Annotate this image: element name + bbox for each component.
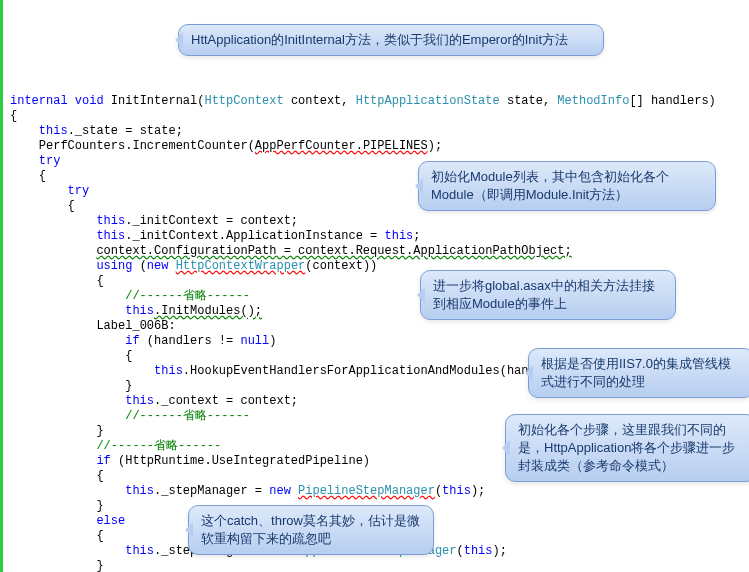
kw-using: using	[96, 259, 132, 273]
method-name: InitInternal	[111, 94, 197, 108]
kw-null: null	[240, 334, 269, 348]
callout-1: HttApplication的InitInternal方法，类似于我们的Empe…	[178, 24, 604, 56]
kw-this3: this	[96, 229, 125, 243]
param2-name: state	[507, 94, 543, 108]
integrated-cond: (HttpRuntime.UseIntegratedPipeline)	[111, 454, 370, 468]
wrapper-args: (context))	[305, 259, 377, 273]
kw-if2: if	[96, 454, 110, 468]
if-handlers: (handlers !=	[140, 334, 241, 348]
context-assign: ._context = context;	[154, 394, 298, 408]
kw-if1: if	[125, 334, 139, 348]
perf-line: PerfCounters.IncrementCounter(	[39, 139, 255, 153]
pipeline-stepmgr: PipelineStepManager	[298, 484, 435, 498]
param1-type: HttpContext	[204, 94, 283, 108]
callout-2: 初始化Module列表，其中包含初始化各个Module（即调用Module.In…	[418, 161, 716, 211]
kw-void: void	[75, 94, 104, 108]
kw-this5: this	[125, 304, 154, 318]
callout-6: 这个catch、throw莫名其妙，估计是微软重构留下来的疏忽吧	[188, 505, 434, 555]
kw-this6: this	[154, 364, 183, 378]
param1-name: context	[291, 94, 341, 108]
psm-args: (	[435, 484, 442, 498]
kw-this11: this	[464, 544, 493, 558]
appinstance-end: ;	[413, 229, 420, 243]
comment-omit-1: //------省略------	[125, 289, 250, 303]
initmodules: .InitModules();	[154, 304, 262, 318]
kw-try-outer: try	[39, 154, 61, 168]
kw-this: this	[39, 124, 68, 138]
label-006b: Label_006B:	[96, 319, 175, 333]
kw-new2: new	[269, 484, 291, 498]
kw-this2: this	[96, 214, 125, 228]
kw-new1: new	[147, 259, 169, 273]
state-assign: ._state = state;	[68, 124, 183, 138]
kw-this10: this	[125, 544, 154, 558]
comment-omit-3: //------省略------	[96, 439, 221, 453]
wrapper-type: HttpContextWrapper	[176, 259, 306, 273]
configpath-line: context.ConfigurationPath = context.Requ…	[96, 244, 571, 258]
kw-this7: this	[125, 394, 154, 408]
psm-end: );	[471, 484, 485, 498]
appinstance-assign: ._initContext.ApplicationInstance =	[125, 229, 384, 243]
callout-3: 进一步将global.asax中的相关方法挂接到相应Module的事件上	[420, 270, 676, 320]
stepmgr-assign1: ._stepManager =	[154, 484, 269, 498]
kw-this4: this	[384, 229, 413, 243]
param3-name: handlers	[651, 94, 709, 108]
asm-end: );	[493, 544, 507, 558]
callout-5: 初始化各个步骤，这里跟我们不同的是，HttpApplication将各个步骤进一…	[505, 414, 749, 482]
initcontext-assign: ._initContext = context;	[125, 214, 298, 228]
kw-try-inner: try	[68, 184, 90, 198]
param3-type: MethodInfo	[557, 94, 629, 108]
kw-this8: this	[125, 484, 154, 498]
perf-arg: AppPerfCounter.PIPELINES	[255, 139, 428, 153]
comment-omit-2: //------省略------	[125, 409, 250, 423]
kw-internal: internal	[10, 94, 68, 108]
cond-close: )	[269, 334, 276, 348]
kw-else: else	[96, 514, 125, 528]
asm-args: (	[457, 544, 464, 558]
kw-this9: this	[442, 484, 471, 498]
param2-type: HttpApplicationState	[356, 94, 500, 108]
callout-4: 根据是否使用IIS7.0的集成管线模式进行不同的处理	[528, 348, 749, 398]
perf-end: );	[428, 139, 442, 153]
